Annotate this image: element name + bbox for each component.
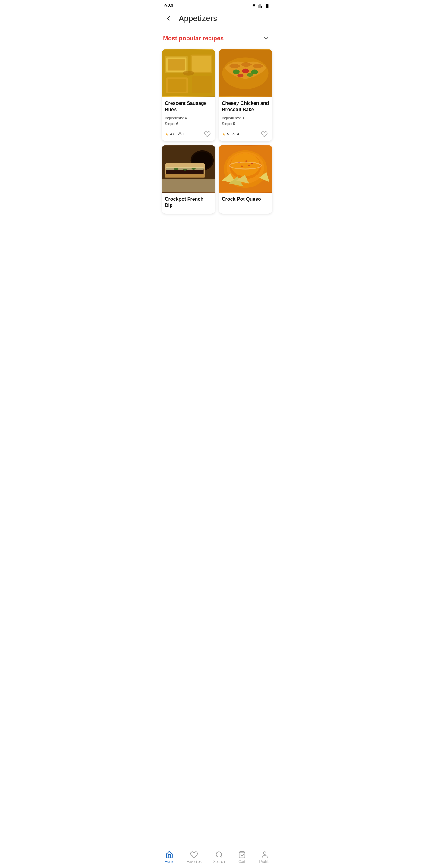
page-header: Appetizers	[158, 10, 276, 29]
section-header: Most popular recipes	[158, 29, 276, 49]
svg-point-40	[241, 165, 243, 167]
cart-nav-icon	[238, 851, 246, 859]
favorite-button-2[interactable]	[259, 129, 269, 139]
star-icon-2: ★	[222, 132, 226, 136]
svg-point-45	[263, 852, 266, 855]
svg-point-13	[233, 70, 240, 74]
svg-point-14	[242, 69, 249, 73]
favorite-button-1[interactable]	[203, 129, 212, 139]
time-display: 9:33	[164, 3, 173, 8]
svg-rect-8	[192, 76, 212, 93]
recipe-footer-1: ★ 4.8 5	[165, 129, 212, 139]
recipe-info-4: Crock Pot Queso	[219, 193, 272, 207]
svg-point-9	[183, 71, 194, 75]
home-nav-icon	[165, 851, 173, 859]
svg-point-28	[183, 169, 187, 170]
svg-point-10	[179, 132, 181, 133]
recipe-illustration-3	[162, 145, 215, 193]
nav-favorites[interactable]: Favorites	[183, 849, 205, 865]
recipe-info-3: Crockpot French Dip	[162, 193, 215, 214]
status-bar: 9:33	[158, 0, 276, 10]
recipe-name-1: Crescent Sausage Bites	[165, 100, 212, 113]
search-nav-icon	[215, 851, 223, 859]
recipe-footer-2: ★ 5 4	[222, 129, 269, 139]
nav-home[interactable]: Home	[160, 849, 179, 865]
svg-point-18	[233, 132, 235, 133]
nav-search[interactable]: Search	[210, 849, 228, 865]
svg-rect-7	[167, 79, 186, 92]
svg-point-17	[247, 73, 253, 76]
svg-point-38	[245, 160, 247, 161]
bottom-navigation: Home Favorites Search Cart	[158, 847, 276, 868]
status-icons	[252, 3, 270, 8]
recipe-card-3[interactable]: Crockpot French Dip	[162, 145, 215, 214]
recipe-image-2	[219, 49, 272, 97]
battery-icon	[265, 3, 270, 8]
favorites-nav-label: Favorites	[187, 860, 201, 864]
svg-point-27	[174, 168, 179, 170]
recipe-meta-1: Ingredients: 4 Steps: 6	[165, 116, 212, 127]
heart-icon-1	[204, 131, 211, 137]
svg-point-16	[238, 73, 243, 78]
rating-2: ★ 5 4	[222, 131, 239, 136]
recipe-card-4[interactable]: Crock Pot Queso	[219, 145, 272, 214]
profile-nav-icon	[261, 851, 269, 859]
signal-icon	[258, 3, 263, 8]
people-icon-1	[178, 131, 182, 136]
chevron-down-icon	[262, 35, 270, 42]
recipe-card-2[interactable]: Cheesy Chicken and Broccoli Bake Ingredi…	[219, 49, 272, 141]
nav-cart[interactable]: Cart	[233, 849, 251, 865]
svg-point-36	[231, 153, 260, 176]
people-icon-2	[231, 131, 236, 136]
recipe-illustration-2	[219, 49, 272, 97]
recipe-image-3	[162, 145, 215, 193]
cart-nav-label: Cart	[239, 860, 245, 864]
back-button[interactable]	[163, 13, 174, 24]
star-icon-1: ★	[165, 132, 169, 136]
collapse-button[interactable]	[261, 33, 271, 43]
rating-1: ★ 4.8 5	[165, 131, 185, 136]
favorites-nav-icon	[190, 851, 198, 859]
recipe-name-3: Crockpot French Dip	[165, 196, 212, 209]
svg-rect-30	[165, 174, 205, 177]
recipe-name-2: Cheesy Chicken and Broccoli Bake	[222, 100, 269, 113]
search-nav-label: Search	[213, 860, 225, 864]
recipe-image-1	[162, 49, 215, 97]
recipe-info-2: Cheesy Chicken and Broccoli Bake Ingredi…	[219, 97, 272, 141]
profile-nav-label: Profile	[259, 860, 270, 864]
svg-rect-5	[192, 56, 211, 72]
recipe-image-4	[219, 145, 272, 193]
recipe-info-1: Crescent Sausage Bites Ingredients: 4 St…	[162, 97, 215, 141]
svg-point-29	[192, 168, 195, 170]
recipe-illustration-4	[219, 145, 272, 193]
recipe-grid: Crescent Sausage Bites Ingredients: 4 St…	[158, 49, 276, 244]
svg-rect-31	[162, 179, 215, 192]
home-nav-label: Home	[164, 860, 174, 864]
back-icon	[165, 15, 172, 22]
recipe-card-1[interactable]: Crescent Sausage Bites Ingredients: 4 St…	[162, 49, 215, 141]
svg-rect-3	[167, 59, 185, 70]
nav-profile[interactable]: Profile	[255, 849, 274, 865]
svg-point-41	[248, 165, 250, 166]
heart-icon-2	[261, 131, 268, 137]
recipe-illustration-1	[162, 49, 215, 97]
section-title: Most popular recipes	[163, 35, 224, 42]
recipe-name-4: Crock Pot Queso	[222, 196, 269, 203]
recipe-meta-2: Ingredients: 8 Steps: 5	[222, 116, 269, 127]
wifi-icon	[252, 3, 256, 8]
page-title: Appetizers	[179, 14, 217, 23]
